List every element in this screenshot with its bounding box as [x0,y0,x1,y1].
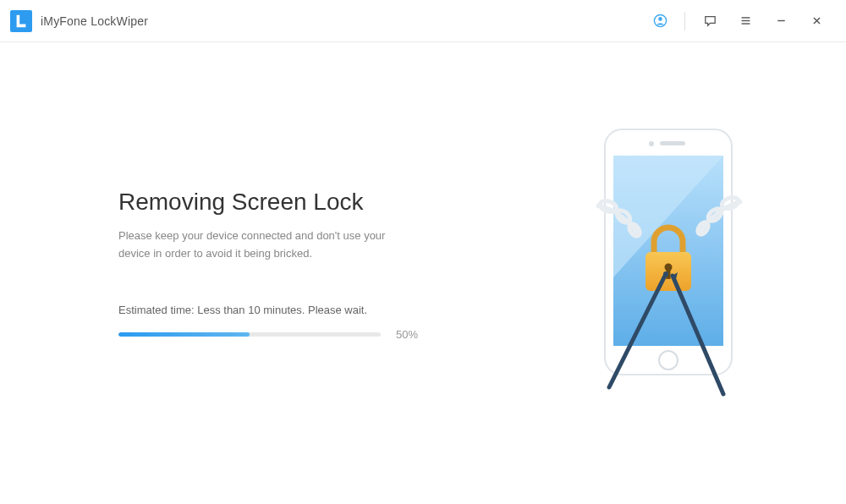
progress-bar [118,332,381,337]
phone-lock-svg [580,125,757,404]
app-logo [10,10,32,32]
app-title: iMyFone LockWiper [41,14,148,28]
feedback-button[interactable] [694,6,726,36]
minimize-button[interactable] [765,6,797,36]
titlebar: iMyFone LockWiper [0,0,846,42]
menu-button[interactable] [729,6,761,36]
titlebar-left: iMyFone LockWiper [10,10,148,32]
phone-lock-illustration [580,125,757,404]
titlebar-divider [684,12,685,30]
logo-l-icon [14,14,29,29]
estimated-time: Estimated time: Less than 10 minutes. Pl… [118,304,508,316]
left-pane: Removing Screen Lock Please keep your de… [118,189,541,341]
main-content: Removing Screen Lock Please keep your de… [0,42,846,504]
hamburger-icon [739,14,753,28]
speech-bubble-icon [703,14,717,28]
close-button[interactable] [800,6,832,36]
svg-rect-10 [660,141,685,145]
progress-percent-label: 50% [396,328,418,341]
account-button[interactable] [644,6,676,36]
illustration-pane [541,125,795,404]
progress-fill [118,332,250,337]
account-icon [653,14,667,28]
titlebar-controls [644,6,832,36]
svg-point-1 [658,17,662,21]
page-heading: Removing Screen Lock [118,189,508,216]
minimize-icon [774,14,788,28]
instruction-text: Please keep your device connected and do… [118,227,389,263]
progress-row: 50% [118,328,508,341]
close-icon [810,14,824,28]
svg-point-9 [649,141,654,146]
svg-point-26 [663,271,668,277]
